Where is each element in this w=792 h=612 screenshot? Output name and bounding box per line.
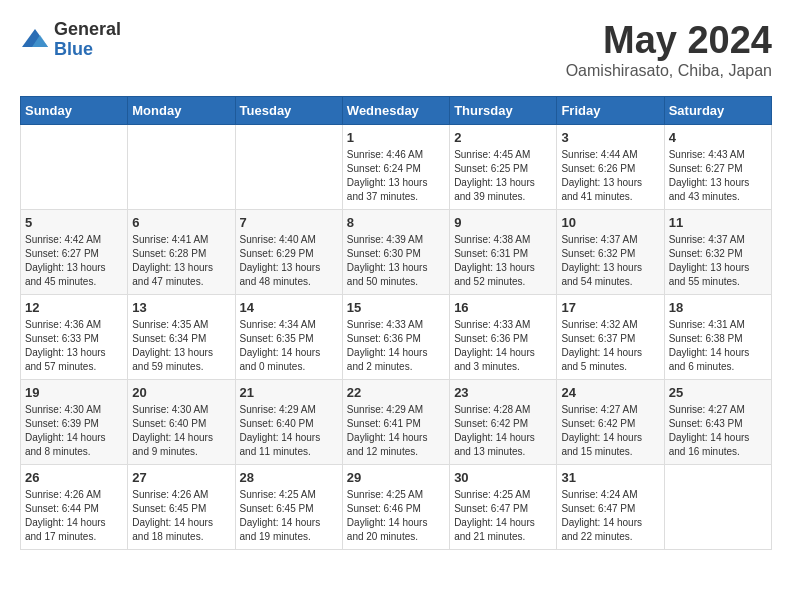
weekday-header: Monday <box>128 96 235 124</box>
weekday-header: Tuesday <box>235 96 342 124</box>
day-info: Sunrise: 4:30 AM Sunset: 6:40 PM Dayligh… <box>132 403 230 459</box>
calendar-day-cell: 4Sunrise: 4:43 AM Sunset: 6:27 PM Daylig… <box>664 124 771 209</box>
day-info: Sunrise: 4:29 AM Sunset: 6:41 PM Dayligh… <box>347 403 445 459</box>
day-number: 2 <box>454 130 552 145</box>
logo-general: General <box>54 20 121 40</box>
calendar-day-cell: 25Sunrise: 4:27 AM Sunset: 6:43 PM Dayli… <box>664 379 771 464</box>
calendar-day-cell: 16Sunrise: 4:33 AM Sunset: 6:36 PM Dayli… <box>450 294 557 379</box>
calendar-day-cell <box>128 124 235 209</box>
calendar-day-cell: 13Sunrise: 4:35 AM Sunset: 6:34 PM Dayli… <box>128 294 235 379</box>
calendar-header-row: SundayMondayTuesdayWednesdayThursdayFrid… <box>21 96 772 124</box>
logo-text: General Blue <box>54 20 121 60</box>
calendar-day-cell: 6Sunrise: 4:41 AM Sunset: 6:28 PM Daylig… <box>128 209 235 294</box>
day-info: Sunrise: 4:29 AM Sunset: 6:40 PM Dayligh… <box>240 403 338 459</box>
day-number: 1 <box>347 130 445 145</box>
day-number: 5 <box>25 215 123 230</box>
day-info: Sunrise: 4:26 AM Sunset: 6:44 PM Dayligh… <box>25 488 123 544</box>
weekday-header: Friday <box>557 96 664 124</box>
day-number: 18 <box>669 300 767 315</box>
calendar-week-row: 26Sunrise: 4:26 AM Sunset: 6:44 PM Dayli… <box>21 464 772 549</box>
day-info: Sunrise: 4:30 AM Sunset: 6:39 PM Dayligh… <box>25 403 123 459</box>
calendar-day-cell: 7Sunrise: 4:40 AM Sunset: 6:29 PM Daylig… <box>235 209 342 294</box>
calendar-day-cell: 1Sunrise: 4:46 AM Sunset: 6:24 PM Daylig… <box>342 124 449 209</box>
day-info: Sunrise: 4:28 AM Sunset: 6:42 PM Dayligh… <box>454 403 552 459</box>
day-info: Sunrise: 4:32 AM Sunset: 6:37 PM Dayligh… <box>561 318 659 374</box>
day-number: 31 <box>561 470 659 485</box>
location-title: Oamishirasato, Chiba, Japan <box>566 62 772 80</box>
day-number: 29 <box>347 470 445 485</box>
calendar-day-cell: 22Sunrise: 4:29 AM Sunset: 6:41 PM Dayli… <box>342 379 449 464</box>
day-number: 24 <box>561 385 659 400</box>
calendar-day-cell: 27Sunrise: 4:26 AM Sunset: 6:45 PM Dayli… <box>128 464 235 549</box>
calendar-day-cell: 29Sunrise: 4:25 AM Sunset: 6:46 PM Dayli… <box>342 464 449 549</box>
day-info: Sunrise: 4:45 AM Sunset: 6:25 PM Dayligh… <box>454 148 552 204</box>
day-info: Sunrise: 4:46 AM Sunset: 6:24 PM Dayligh… <box>347 148 445 204</box>
day-info: Sunrise: 4:39 AM Sunset: 6:30 PM Dayligh… <box>347 233 445 289</box>
day-info: Sunrise: 4:37 AM Sunset: 6:32 PM Dayligh… <box>561 233 659 289</box>
logo: General Blue <box>20 20 121 60</box>
calendar-day-cell: 8Sunrise: 4:39 AM Sunset: 6:30 PM Daylig… <box>342 209 449 294</box>
day-number: 16 <box>454 300 552 315</box>
day-info: Sunrise: 4:31 AM Sunset: 6:38 PM Dayligh… <box>669 318 767 374</box>
day-number: 27 <box>132 470 230 485</box>
day-info: Sunrise: 4:36 AM Sunset: 6:33 PM Dayligh… <box>25 318 123 374</box>
day-number: 25 <box>669 385 767 400</box>
day-info: Sunrise: 4:41 AM Sunset: 6:28 PM Dayligh… <box>132 233 230 289</box>
day-info: Sunrise: 4:26 AM Sunset: 6:45 PM Dayligh… <box>132 488 230 544</box>
month-title: May 2024 <box>566 20 772 62</box>
calendar-day-cell: 30Sunrise: 4:25 AM Sunset: 6:47 PM Dayli… <box>450 464 557 549</box>
day-number: 23 <box>454 385 552 400</box>
calendar-day-cell: 15Sunrise: 4:33 AM Sunset: 6:36 PM Dayli… <box>342 294 449 379</box>
calendar-day-cell: 9Sunrise: 4:38 AM Sunset: 6:31 PM Daylig… <box>450 209 557 294</box>
calendar-day-cell: 14Sunrise: 4:34 AM Sunset: 6:35 PM Dayli… <box>235 294 342 379</box>
page-header: General Blue May 2024 Oamishirasato, Chi… <box>20 20 772 80</box>
calendar-week-row: 19Sunrise: 4:30 AM Sunset: 6:39 PM Dayli… <box>21 379 772 464</box>
day-number: 30 <box>454 470 552 485</box>
logo-icon <box>20 25 50 55</box>
day-number: 20 <box>132 385 230 400</box>
calendar-day-cell: 21Sunrise: 4:29 AM Sunset: 6:40 PM Dayli… <box>235 379 342 464</box>
day-info: Sunrise: 4:38 AM Sunset: 6:31 PM Dayligh… <box>454 233 552 289</box>
day-number: 6 <box>132 215 230 230</box>
calendar-table: SundayMondayTuesdayWednesdayThursdayFrid… <box>20 96 772 550</box>
day-number: 3 <box>561 130 659 145</box>
calendar-day-cell: 31Sunrise: 4:24 AM Sunset: 6:47 PM Dayli… <box>557 464 664 549</box>
day-info: Sunrise: 4:42 AM Sunset: 6:27 PM Dayligh… <box>25 233 123 289</box>
day-number: 28 <box>240 470 338 485</box>
day-info: Sunrise: 4:34 AM Sunset: 6:35 PM Dayligh… <box>240 318 338 374</box>
calendar-week-row: 1Sunrise: 4:46 AM Sunset: 6:24 PM Daylig… <box>21 124 772 209</box>
weekday-header: Saturday <box>664 96 771 124</box>
day-info: Sunrise: 4:27 AM Sunset: 6:42 PM Dayligh… <box>561 403 659 459</box>
day-info: Sunrise: 4:37 AM Sunset: 6:32 PM Dayligh… <box>669 233 767 289</box>
day-number: 4 <box>669 130 767 145</box>
day-number: 7 <box>240 215 338 230</box>
day-info: Sunrise: 4:24 AM Sunset: 6:47 PM Dayligh… <box>561 488 659 544</box>
day-info: Sunrise: 4:25 AM Sunset: 6:47 PM Dayligh… <box>454 488 552 544</box>
day-number: 22 <box>347 385 445 400</box>
day-number: 19 <box>25 385 123 400</box>
day-number: 8 <box>347 215 445 230</box>
calendar-week-row: 12Sunrise: 4:36 AM Sunset: 6:33 PM Dayli… <box>21 294 772 379</box>
day-info: Sunrise: 4:40 AM Sunset: 6:29 PM Dayligh… <box>240 233 338 289</box>
calendar-day-cell: 18Sunrise: 4:31 AM Sunset: 6:38 PM Dayli… <box>664 294 771 379</box>
calendar-day-cell: 17Sunrise: 4:32 AM Sunset: 6:37 PM Dayli… <box>557 294 664 379</box>
calendar-day-cell: 10Sunrise: 4:37 AM Sunset: 6:32 PM Dayli… <box>557 209 664 294</box>
calendar-day-cell: 28Sunrise: 4:25 AM Sunset: 6:45 PM Dayli… <box>235 464 342 549</box>
day-number: 9 <box>454 215 552 230</box>
day-number: 21 <box>240 385 338 400</box>
calendar-day-cell: 3Sunrise: 4:44 AM Sunset: 6:26 PM Daylig… <box>557 124 664 209</box>
logo-blue: Blue <box>54 40 121 60</box>
day-number: 10 <box>561 215 659 230</box>
calendar-day-cell: 19Sunrise: 4:30 AM Sunset: 6:39 PM Dayli… <box>21 379 128 464</box>
day-number: 17 <box>561 300 659 315</box>
calendar-day-cell: 26Sunrise: 4:26 AM Sunset: 6:44 PM Dayli… <box>21 464 128 549</box>
day-number: 14 <box>240 300 338 315</box>
calendar-week-row: 5Sunrise: 4:42 AM Sunset: 6:27 PM Daylig… <box>21 209 772 294</box>
calendar-day-cell <box>664 464 771 549</box>
title-block: May 2024 Oamishirasato, Chiba, Japan <box>566 20 772 80</box>
day-number: 13 <box>132 300 230 315</box>
weekday-header: Sunday <box>21 96 128 124</box>
day-number: 26 <box>25 470 123 485</box>
weekday-header: Wednesday <box>342 96 449 124</box>
calendar-day-cell <box>21 124 128 209</box>
